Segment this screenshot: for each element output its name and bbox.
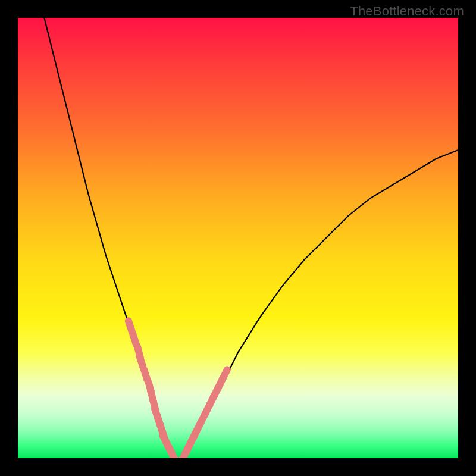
chart-frame <box>18 18 458 458</box>
background-gradient <box>18 18 458 458</box>
watermark-text: TheBottleneck.com <box>350 4 464 19</box>
